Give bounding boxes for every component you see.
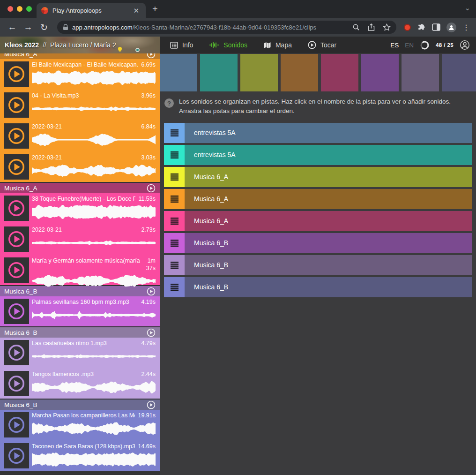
clip-main: 04 - La Visita.mp3 3.96s xyxy=(32,90,160,119)
audio-clip[interactable]: Taconeo de Sara Baras (128 kbps).mp3 14.… xyxy=(0,441,160,471)
section-expand-button[interactable] xyxy=(147,400,156,409)
track-name-button[interactable]: entrevistas 5A xyxy=(185,145,472,165)
track-section-header[interactable]: Musica 6_A xyxy=(0,53,160,59)
window-close-button[interactable] xyxy=(7,6,13,12)
play-circle-icon xyxy=(308,41,316,49)
lang-en-button[interactable]: EN xyxy=(405,42,414,49)
track-row[interactable]: Musica 6_A xyxy=(164,167,472,187)
track-drag-handle[interactable] xyxy=(164,233,185,253)
tab-search-chevron-icon[interactable]: ⌄ xyxy=(464,4,470,12)
forward-button[interactable]: → xyxy=(22,21,35,34)
track-name-button[interactable]: Musica 6_A xyxy=(185,167,472,187)
clip-play-button[interactable] xyxy=(4,340,29,365)
track-section-header[interactable]: Musica 6_B xyxy=(0,400,160,410)
section-expand-button[interactable] xyxy=(147,328,156,337)
audio-clip[interactable]: Las castañuelas ritmo 1.mp3 4.79s xyxy=(0,338,160,368)
clip-play-button[interactable] xyxy=(4,123,29,149)
clip-waveform xyxy=(32,348,156,366)
audio-clip[interactable]: 2022-03-21 3.03s xyxy=(0,152,160,182)
clip-waveform xyxy=(32,163,156,181)
tab-info[interactable]: Info xyxy=(170,41,193,49)
audio-clip[interactable]: Tangos flamencos .mp3 2.44s xyxy=(0,369,160,399)
breadcrumb[interactable]: Kleos 2022 // Plaza Lucero / María 2 xyxy=(0,37,160,53)
track-section-body: Las castañuelas ritmo 1.mp3 4.79s Tangos… xyxy=(0,338,160,399)
track-drag-handle[interactable] xyxy=(164,211,185,231)
section-expand-button[interactable] xyxy=(147,53,156,59)
track-name-button[interactable]: Musica 6_B xyxy=(185,233,472,253)
track-drag-handle[interactable] xyxy=(164,277,185,297)
clip-play-button[interactable] xyxy=(4,196,29,221)
side-panel-icon[interactable] xyxy=(432,23,440,31)
account-icon[interactable] xyxy=(460,40,470,50)
tab-sonidos-label: Sonidos xyxy=(223,41,247,49)
track-section-header[interactable]: Musica 6_B xyxy=(0,327,160,338)
track-drag-handle[interactable] xyxy=(164,167,185,187)
track-drag-handle[interactable] xyxy=(164,189,185,209)
tab-sonidos[interactable]: Sonidos xyxy=(209,41,247,49)
audio-clip[interactable]: 38 Toque Funebre(Muerte) - Los Doce Par.… xyxy=(0,193,160,223)
reload-button[interactable]: ↻ xyxy=(37,21,51,34)
address-bar[interactable]: app.antropoloops.com/Kleos-Santa-Marina/… xyxy=(57,21,396,34)
clip-play-button[interactable] xyxy=(4,92,29,118)
clip-title: 2022-03-21 xyxy=(32,154,138,162)
track-drag-handle[interactable] xyxy=(164,255,185,275)
clip-play-button[interactable] xyxy=(4,257,29,283)
audio-clip[interactable]: 04 - La Visita.mp3 3.96s xyxy=(0,90,160,120)
lang-es-button[interactable]: ES xyxy=(390,42,399,49)
profile-avatar[interactable] xyxy=(446,23,456,32)
audio-clip[interactable]: Marcha Pasan los campanilleros Las Mejor… xyxy=(0,410,160,440)
track-row[interactable]: Musica 6_A xyxy=(164,189,472,209)
extensions-puzzle-icon[interactable] xyxy=(417,23,426,32)
breadcrumb-project[interactable]: Kleos 2022 xyxy=(5,41,39,49)
track-row[interactable]: Musica 6_B xyxy=(164,255,472,275)
tab-tocar[interactable]: Tocar xyxy=(308,41,336,49)
audio-clip[interactable]: 2022-03-21 2.73s xyxy=(0,224,160,254)
url-path: /Kleos-Santa-Marina/e2767943-f18b-44ab-9… xyxy=(133,24,316,31)
track-section-header[interactable]: Musica 6_A xyxy=(0,183,160,193)
audio-clip[interactable]: 2022-03-21 6.84s xyxy=(0,121,160,151)
new-tab-button[interactable]: + xyxy=(152,4,158,14)
waveform-image xyxy=(32,273,156,289)
track-name-button[interactable]: Musica 6_B xyxy=(185,277,472,297)
track-name-button[interactable]: Musica 6_A xyxy=(185,211,472,231)
clip-play-button[interactable] xyxy=(4,226,29,252)
window-zoom-button[interactable] xyxy=(26,6,32,12)
zoom-icon[interactable] xyxy=(352,23,360,31)
audio-clip[interactable]: María y Germán solamente música(maría 2.… xyxy=(0,255,160,285)
bookmark-star-icon[interactable] xyxy=(383,23,391,31)
clip-play-button[interactable] xyxy=(4,371,29,396)
color-swatch xyxy=(442,54,476,91)
browser-tab[interactable]: Play Antropoloops ✕ xyxy=(37,3,146,18)
clip-play-button[interactable] xyxy=(4,299,29,324)
breadcrumb-page[interactable]: Plaza Lucero / María 2 xyxy=(50,41,116,49)
browser-menu-icon[interactable]: ⋮ xyxy=(462,23,470,32)
tab-close-icon[interactable]: ✕ xyxy=(131,6,141,15)
clip-waveform xyxy=(32,132,156,150)
track-name-button[interactable]: Musica 6_B xyxy=(185,255,472,275)
clip-play-button[interactable] xyxy=(4,61,29,87)
track-row[interactable]: Musica 6_A xyxy=(164,211,472,231)
track-drag-handle[interactable] xyxy=(164,145,185,165)
clip-play-button[interactable] xyxy=(4,443,29,468)
clip-waveform xyxy=(32,452,156,469)
tab-mapa[interactable]: Mapa xyxy=(263,41,292,49)
clip-duration: 3.03s xyxy=(141,154,156,162)
clip-waveform xyxy=(32,307,156,325)
track-row[interactable]: Musica 6_B xyxy=(164,277,472,297)
clip-play-button[interactable] xyxy=(4,154,29,180)
track-row[interactable]: Musica 6_B xyxy=(164,233,472,253)
track-name-button[interactable]: entrevistas 5A xyxy=(185,123,472,143)
audio-clip[interactable]: El Baile Mexicapan - El Baile Mexicapan.… xyxy=(0,59,160,89)
section-expand-button[interactable] xyxy=(147,184,156,193)
track-row[interactable]: entrevistas 5A xyxy=(164,123,472,143)
share-icon[interactable] xyxy=(368,23,375,31)
window-minimize-button[interactable] xyxy=(17,6,22,12)
track-name-button[interactable]: Musica 6_A xyxy=(185,189,472,209)
track-row[interactable]: entrevistas 5A xyxy=(164,145,472,165)
audio-clip[interactable]: Palmas sevillanas 160 bpm mp3.mp3 4.19s xyxy=(0,296,160,326)
back-button[interactable]: ← xyxy=(6,21,19,34)
lock-icon xyxy=(63,24,68,30)
track-drag-handle[interactable] xyxy=(164,123,185,143)
recording-indicator-icon[interactable] xyxy=(404,24,411,31)
clip-play-button[interactable] xyxy=(4,412,29,437)
